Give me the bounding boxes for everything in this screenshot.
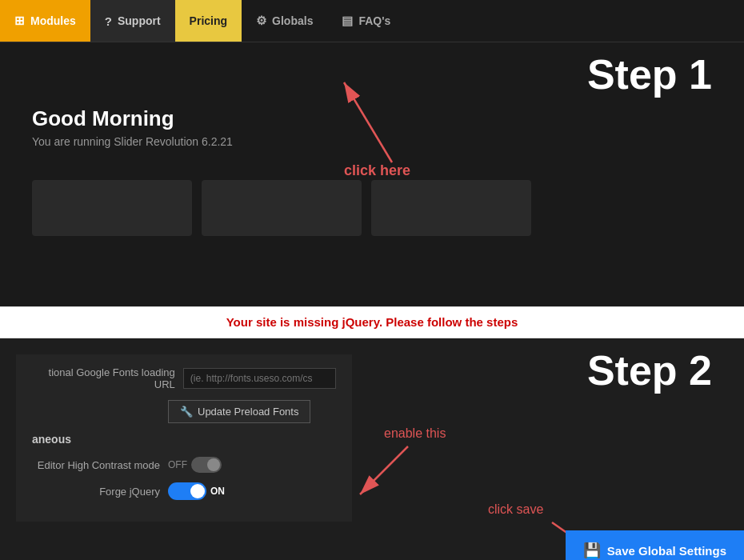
- enable-annotation: enable this: [384, 426, 446, 441]
- high-contrast-label: Editor High Contrast mode: [32, 459, 160, 471]
- step2-section: Step 2 tional Google Fonts loading URL 🔧…: [0, 338, 744, 560]
- tab-modules[interactable]: ⊞ Modules: [0, 0, 90, 42]
- save-icon: 💾: [583, 542, 601, 559]
- miscellaneous-heading: aneous: [32, 433, 336, 446]
- step1-label: Step 1: [587, 50, 712, 98]
- forge-jquery-state: ON: [210, 486, 225, 497]
- high-contrast-state: OFF: [168, 459, 187, 470]
- navigation-bar: ⊞ Modules ? Support Pricing ⚙ Globals ▤ …: [0, 0, 744, 42]
- globals-label: Globals: [272, 14, 313, 27]
- click-here-annotation: click here: [344, 162, 410, 179]
- tab-pricing[interactable]: Pricing: [175, 0, 242, 42]
- modules-icon: ⊞: [14, 14, 25, 28]
- high-contrast-toggle[interactable]: OFF: [168, 457, 222, 473]
- support-label: Support: [118, 14, 161, 27]
- save-global-settings-button[interactable]: 💾 Save Global Settings: [566, 530, 744, 560]
- update-btn-row: 🔧 Update Preload Fonts: [32, 400, 336, 423]
- tab-faqs[interactable]: ▤ FAQ's: [327, 0, 405, 42]
- click-save-annotation: click save: [488, 502, 543, 517]
- globals-icon: ⚙: [256, 14, 266, 28]
- tab-support[interactable]: ? Support: [90, 0, 175, 42]
- update-btn-label: Update Preload Fonts: [198, 406, 298, 418]
- save-btn-label: Save Global Settings: [607, 544, 726, 558]
- step1-section: Step 1 Good Morning You are running Slid…: [0, 42, 744, 306]
- step2-label: Step 2: [587, 346, 712, 394]
- svg-line-4: [360, 446, 408, 494]
- update-preload-fonts-button[interactable]: 🔧 Update Preload Fonts: [168, 400, 310, 423]
- support-icon: ?: [105, 14, 112, 28]
- settings-panel: tional Google Fonts loading URL 🔧 Update…: [16, 354, 352, 522]
- alert-text: Your site is missing jQuery. Please foll…: [226, 315, 518, 329]
- high-contrast-row: Editor High Contrast mode OFF: [32, 457, 336, 473]
- pricing-label: Pricing: [190, 14, 227, 27]
- font-url-input[interactable]: [183, 368, 336, 389]
- tab-globals[interactable]: ⚙ Globals: [242, 0, 327, 42]
- step1-arrow-svg: [304, 66, 504, 210]
- modules-label: Modules: [30, 14, 76, 27]
- high-contrast-knob[interactable]: [191, 457, 222, 473]
- forge-jquery-toggle[interactable]: ON: [168, 482, 225, 500]
- forge-jquery-label: Forge jQuery: [32, 486, 160, 498]
- alert-banner: Your site is missing jQuery. Please foll…: [0, 306, 744, 338]
- card-1: [32, 180, 192, 236]
- wrench-icon: 🔧: [180, 406, 193, 418]
- font-url-row: tional Google Fonts loading URL: [32, 366, 336, 390]
- forge-jquery-knob[interactable]: [168, 482, 206, 500]
- font-url-label: tional Google Fonts loading URL: [32, 366, 175, 390]
- faqs-label: FAQ's: [358, 14, 390, 27]
- step1-annotation: click here: [304, 66, 504, 210]
- faqs-icon: ▤: [342, 14, 353, 28]
- svg-line-1: [344, 82, 392, 162]
- forge-jquery-row: Forge jQuery ON: [32, 482, 336, 500]
